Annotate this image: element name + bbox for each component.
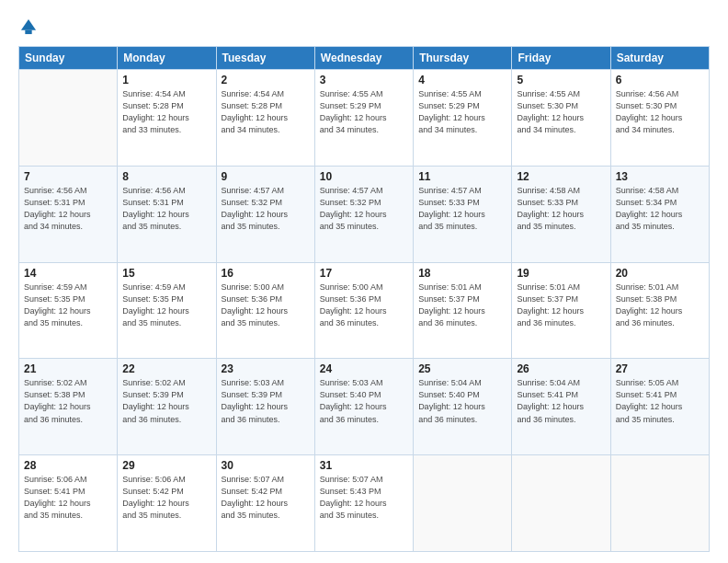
day-number: 29 bbox=[122, 459, 210, 472]
day-number: 6 bbox=[616, 74, 704, 86]
calendar-cell: 4Sunrise: 4:55 AM Sunset: 5:29 PM Daylig… bbox=[414, 70, 512, 167]
calendar-week-4: 21Sunrise: 5:02 AM Sunset: 5:38 PM Dayli… bbox=[19, 359, 710, 455]
calendar-cell: 21Sunrise: 5:02 AM Sunset: 5:38 PM Dayli… bbox=[19, 359, 118, 455]
calendar-cell bbox=[610, 455, 709, 552]
day-info: Sunrise: 5:07 AM Sunset: 5:43 PM Dayligh… bbox=[320, 474, 408, 522]
day-info: Sunrise: 4:58 AM Sunset: 5:34 PM Dayligh… bbox=[616, 185, 704, 233]
day-number: 15 bbox=[122, 267, 210, 280]
calendar-cell: 11Sunrise: 4:57 AM Sunset: 5:33 PM Dayli… bbox=[414, 166, 512, 262]
calendar-cell: 8Sunrise: 4:56 AM Sunset: 5:31 PM Daylig… bbox=[118, 166, 216, 262]
day-number: 13 bbox=[616, 170, 704, 183]
calendar-cell: 25Sunrise: 5:04 AM Sunset: 5:40 PM Dayli… bbox=[414, 359, 512, 455]
day-number: 31 bbox=[320, 459, 408, 472]
day-info: Sunrise: 4:56 AM Sunset: 5:31 PM Dayligh… bbox=[24, 185, 112, 233]
col-header-monday: Monday bbox=[118, 47, 216, 70]
day-info: Sunrise: 5:00 AM Sunset: 5:36 PM Dayligh… bbox=[320, 282, 408, 329]
calendar-cell: 6Sunrise: 4:56 AM Sunset: 5:30 PM Daylig… bbox=[610, 70, 709, 167]
calendar-cell: 23Sunrise: 5:03 AM Sunset: 5:39 PM Dayli… bbox=[216, 359, 314, 455]
col-header-saturday: Saturday bbox=[610, 47, 709, 70]
day-info: Sunrise: 5:00 AM Sunset: 5:36 PM Dayligh… bbox=[222, 282, 310, 329]
day-info: Sunrise: 4:55 AM Sunset: 5:29 PM Dayligh… bbox=[418, 88, 506, 136]
calendar-cell: 2Sunrise: 4:54 AM Sunset: 5:28 PM Daylig… bbox=[216, 70, 314, 167]
day-info: Sunrise: 5:06 AM Sunset: 5:42 PM Dayligh… bbox=[122, 474, 210, 522]
calendar-cell: 18Sunrise: 5:01 AM Sunset: 5:37 PM Dayli… bbox=[414, 262, 512, 359]
header bbox=[18, 17, 710, 37]
day-info: Sunrise: 4:57 AM Sunset: 5:33 PM Dayligh… bbox=[418, 185, 506, 233]
calendar-cell: 29Sunrise: 5:06 AM Sunset: 5:42 PM Dayli… bbox=[118, 455, 216, 552]
day-number: 23 bbox=[222, 362, 310, 375]
day-info: Sunrise: 5:03 AM Sunset: 5:39 PM Dayligh… bbox=[222, 377, 310, 425]
day-info: Sunrise: 4:59 AM Sunset: 5:35 PM Dayligh… bbox=[24, 282, 112, 329]
calendar-cell: 22Sunrise: 5:02 AM Sunset: 5:39 PM Dayli… bbox=[118, 359, 216, 455]
day-info: Sunrise: 5:04 AM Sunset: 5:40 PM Dayligh… bbox=[418, 377, 506, 425]
day-info: Sunrise: 5:01 AM Sunset: 5:38 PM Dayligh… bbox=[616, 282, 704, 329]
calendar-cell bbox=[19, 70, 118, 167]
calendar-cell: 26Sunrise: 5:04 AM Sunset: 5:41 PM Dayli… bbox=[512, 359, 610, 455]
day-number: 1 bbox=[122, 74, 210, 86]
calendar-cell: 5Sunrise: 4:55 AM Sunset: 5:30 PM Daylig… bbox=[512, 70, 610, 167]
calendar-cell: 12Sunrise: 4:58 AM Sunset: 5:33 PM Dayli… bbox=[512, 166, 610, 262]
calendar-cell: 30Sunrise: 5:07 AM Sunset: 5:42 PM Dayli… bbox=[216, 455, 314, 552]
calendar-cell: 16Sunrise: 5:00 AM Sunset: 5:36 PM Dayli… bbox=[216, 262, 314, 359]
calendar-week-2: 7Sunrise: 4:56 AM Sunset: 5:31 PM Daylig… bbox=[19, 166, 710, 262]
day-info: Sunrise: 5:05 AM Sunset: 5:41 PM Dayligh… bbox=[616, 377, 704, 425]
calendar-week-1: 1Sunrise: 4:54 AM Sunset: 5:28 PM Daylig… bbox=[19, 70, 710, 167]
logo-icon bbox=[18, 17, 39, 37]
calendar-cell: 1Sunrise: 4:54 AM Sunset: 5:28 PM Daylig… bbox=[118, 70, 216, 167]
calendar-cell: 9Sunrise: 4:57 AM Sunset: 5:32 PM Daylig… bbox=[216, 166, 314, 262]
day-number: 17 bbox=[320, 267, 408, 280]
calendar-cell: 28Sunrise: 5:06 AM Sunset: 5:41 PM Dayli… bbox=[19, 455, 118, 552]
day-number: 27 bbox=[616, 362, 704, 375]
col-header-thursday: Thursday bbox=[414, 47, 512, 70]
day-number: 8 bbox=[122, 170, 210, 183]
day-number: 18 bbox=[418, 267, 506, 280]
calendar-cell: 20Sunrise: 5:01 AM Sunset: 5:38 PM Dayli… bbox=[610, 262, 709, 359]
day-info: Sunrise: 5:01 AM Sunset: 5:37 PM Dayligh… bbox=[418, 282, 506, 329]
day-number: 14 bbox=[24, 267, 112, 280]
day-number: 16 bbox=[222, 267, 310, 280]
svg-rect-1 bbox=[25, 30, 31, 34]
day-number: 4 bbox=[418, 74, 506, 86]
day-info: Sunrise: 4:56 AM Sunset: 5:30 PM Dayligh… bbox=[616, 88, 704, 136]
day-number: 25 bbox=[418, 362, 506, 375]
day-info: Sunrise: 4:54 AM Sunset: 5:28 PM Dayligh… bbox=[122, 88, 210, 136]
day-number: 19 bbox=[517, 267, 605, 280]
calendar-cell: 19Sunrise: 5:01 AM Sunset: 5:37 PM Dayli… bbox=[512, 262, 610, 359]
page: SundayMondayTuesdayWednesdayThursdayFrid… bbox=[0, 0, 728, 563]
day-info: Sunrise: 4:55 AM Sunset: 5:30 PM Dayligh… bbox=[517, 88, 605, 136]
calendar-cell: 24Sunrise: 5:03 AM Sunset: 5:40 PM Dayli… bbox=[314, 359, 413, 455]
day-info: Sunrise: 4:54 AM Sunset: 5:28 PM Dayligh… bbox=[222, 88, 310, 136]
day-number: 20 bbox=[616, 267, 704, 280]
calendar-header-row: SundayMondayTuesdayWednesdayThursdayFrid… bbox=[19, 47, 710, 70]
calendar-cell: 7Sunrise: 4:56 AM Sunset: 5:31 PM Daylig… bbox=[19, 166, 118, 262]
day-info: Sunrise: 4:57 AM Sunset: 5:32 PM Dayligh… bbox=[320, 185, 408, 233]
day-number: 24 bbox=[320, 362, 408, 375]
day-info: Sunrise: 5:07 AM Sunset: 5:42 PM Dayligh… bbox=[222, 474, 310, 522]
day-number: 11 bbox=[418, 170, 506, 183]
day-info: Sunrise: 4:56 AM Sunset: 5:31 PM Dayligh… bbox=[122, 185, 210, 233]
day-info: Sunrise: 5:06 AM Sunset: 5:41 PM Dayligh… bbox=[24, 474, 112, 522]
day-number: 22 bbox=[122, 362, 210, 375]
day-info: Sunrise: 4:58 AM Sunset: 5:33 PM Dayligh… bbox=[517, 185, 605, 233]
day-info: Sunrise: 5:01 AM Sunset: 5:37 PM Dayligh… bbox=[517, 282, 605, 329]
day-number: 7 bbox=[24, 170, 112, 183]
day-number: 30 bbox=[222, 459, 310, 472]
day-number: 9 bbox=[222, 170, 310, 183]
calendar-cell: 14Sunrise: 4:59 AM Sunset: 5:35 PM Dayli… bbox=[19, 262, 118, 359]
day-number: 21 bbox=[24, 362, 112, 375]
day-info: Sunrise: 5:04 AM Sunset: 5:41 PM Dayligh… bbox=[517, 377, 605, 425]
logo bbox=[18, 17, 42, 37]
calendar-cell: 3Sunrise: 4:55 AM Sunset: 5:29 PM Daylig… bbox=[314, 70, 413, 167]
col-header-wednesday: Wednesday bbox=[314, 47, 413, 70]
svg-marker-0 bbox=[21, 19, 36, 30]
day-number: 12 bbox=[517, 170, 605, 183]
day-info: Sunrise: 4:59 AM Sunset: 5:35 PM Dayligh… bbox=[122, 282, 210, 329]
calendar: SundayMondayTuesdayWednesdayThursdayFrid… bbox=[18, 46, 710, 552]
calendar-week-5: 28Sunrise: 5:06 AM Sunset: 5:41 PM Dayli… bbox=[19, 455, 710, 552]
day-info: Sunrise: 5:03 AM Sunset: 5:40 PM Dayligh… bbox=[320, 377, 408, 425]
calendar-cell: 15Sunrise: 4:59 AM Sunset: 5:35 PM Dayli… bbox=[118, 262, 216, 359]
day-number: 10 bbox=[320, 170, 408, 183]
calendar-week-3: 14Sunrise: 4:59 AM Sunset: 5:35 PM Dayli… bbox=[19, 262, 710, 359]
day-info: Sunrise: 4:55 AM Sunset: 5:29 PM Dayligh… bbox=[320, 88, 408, 136]
col-header-tuesday: Tuesday bbox=[216, 47, 314, 70]
